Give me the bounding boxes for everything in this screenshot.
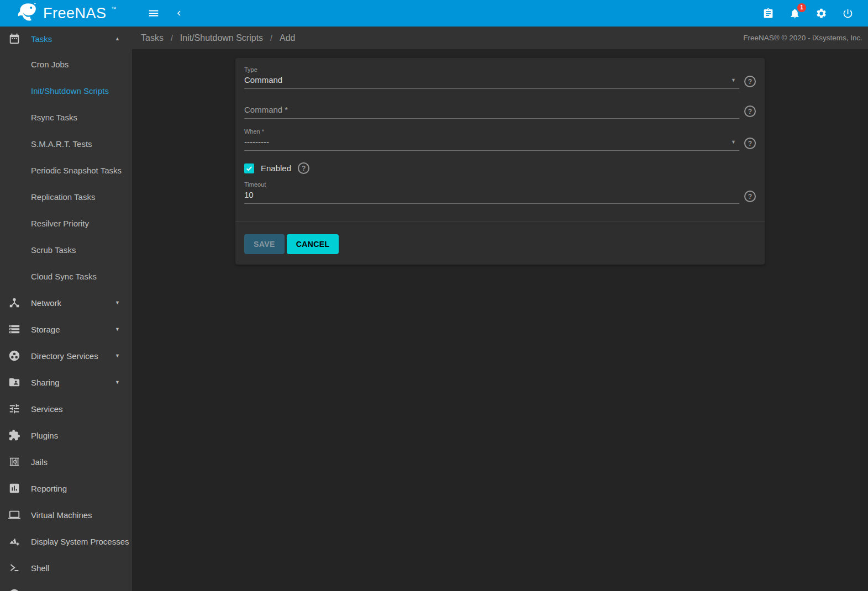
- sidebar-item-directory-services[interactable]: Directory Services ▼: [0, 342, 132, 369]
- enabled-help-icon[interactable]: ?: [298, 162, 309, 174]
- sidebar-item-label: Tasks: [31, 34, 52, 44]
- timeout-value: 10: [244, 189, 254, 200]
- sidebar-item-cloud-sync-tasks[interactable]: Cloud Sync Tasks: [0, 263, 132, 289]
- freenas-app: FreeNAS ™ 1: [0, 0, 868, 591]
- when-label: When *: [244, 128, 739, 135]
- cancel-button[interactable]: CANCEL: [287, 234, 339, 254]
- sidebar-item-periodic-snapshot-tasks[interactable]: Periodic Snapshot Tasks: [0, 157, 132, 183]
- reporting-icon: [8, 482, 21, 495]
- chevron-down-icon: ▼: [115, 300, 132, 305]
- sidebar-item-rsync-tasks[interactable]: Rsync Tasks: [0, 104, 132, 130]
- checkmark-icon: [245, 165, 253, 172]
- notifications-button[interactable]: 1: [789, 8, 801, 19]
- top-bar: FreeNAS ™ 1: [0, 0, 868, 27]
- sidebar-item-replication-tasks[interactable]: Replication Tasks: [0, 183, 132, 210]
- sidebar-item-display-system-processes[interactable]: Display System Processes: [0, 528, 132, 555]
- plugins-icon: [8, 429, 21, 442]
- save-button[interactable]: SAVE: [244, 234, 285, 254]
- copyright-text: FreeNAS® © 2020 - iXsystems, Inc.: [743, 34, 864, 42]
- calendar-icon: [8, 32, 21, 45]
- freenas-brand: FreeNAS ™: [0, 1, 132, 25]
- chevron-down-icon: ▼: [115, 379, 132, 385]
- sidebar-item-network[interactable]: Network ▼: [0, 289, 132, 316]
- when-help-icon[interactable]: ?: [744, 138, 756, 149]
- settings-gear-icon[interactable]: [816, 8, 827, 19]
- services-icon: [8, 402, 21, 415]
- chevron-up-icon: ▲: [115, 36, 132, 41]
- timeout-label: Timeout: [244, 181, 739, 188]
- enabled-label: Enabled: [261, 163, 291, 173]
- virtual-machines-icon: [8, 508, 21, 521]
- timeout-input[interactable]: Timeout 10: [244, 181, 739, 204]
- sidebar-nav: Tasks ▲ Cron Jobs Init/Shutdown Scripts …: [0, 27, 132, 591]
- brand-trademark: ™: [112, 6, 117, 12]
- network-icon: [8, 296, 21, 309]
- sidebar-item-jails[interactable]: Jails: [0, 448, 132, 475]
- chevron-down-icon: ▼: [731, 136, 736, 147]
- shell-terminal-icon: [8, 561, 21, 574]
- chevron-left-icon[interactable]: [174, 8, 184, 18]
- sidebar-item-services[interactable]: Services: [0, 395, 132, 422]
- sharing-icon: [8, 376, 21, 389]
- sidebar-item-scrub-tasks[interactable]: Scrub Tasks: [0, 236, 132, 263]
- directory-services-icon: [8, 349, 21, 362]
- timeout-help-icon[interactable]: ?: [744, 191, 756, 202]
- sidebar-item-plugins[interactable]: Plugins: [0, 422, 132, 448]
- form-actions: SAVE CANCEL: [235, 221, 765, 265]
- sidebar-item-smart-tests[interactable]: S.M.A.R.T. Tests: [0, 130, 132, 157]
- hamburger-menu-icon[interactable]: [148, 7, 160, 19]
- command-placeholder: Command *: [244, 104, 739, 115]
- chevron-down-icon: ▼: [115, 326, 132, 332]
- type-select[interactable]: Type Command ▼: [244, 66, 739, 89]
- display-system-processes-icon: [8, 535, 21, 548]
- guide-icon: [8, 588, 21, 591]
- jails-icon: [8, 455, 21, 468]
- sidebar-item-resilver-priority[interactable]: Resilver Priority: [0, 210, 132, 236]
- type-value: Command: [244, 75, 282, 86]
- page-content: Type Command ▼ ? Command *: [132, 49, 868, 591]
- breadcrumb-init-shutdown-scripts[interactable]: Init/Shutdown Scripts: [180, 33, 263, 43]
- sidebar-item-virtual-machines[interactable]: Virtual Machines: [0, 502, 132, 528]
- breadcrumb-add: Add: [280, 33, 295, 43]
- type-help-icon[interactable]: ?: [744, 76, 756, 87]
- enabled-checkbox[interactable]: [244, 163, 254, 173]
- brand-title: FreeNAS: [43, 6, 107, 21]
- sidebar-item-cron-jobs[interactable]: Cron Jobs: [0, 51, 132, 77]
- storage-icon: [8, 323, 21, 336]
- freenas-shark-logo-icon: [17, 1, 39, 25]
- chevron-down-icon: ▼: [115, 353, 132, 358]
- sidebar-item-reporting[interactable]: Reporting: [0, 475, 132, 502]
- sidebar-item-init-shutdown-scripts[interactable]: Init/Shutdown Scripts: [0, 77, 132, 104]
- breadcrumb-bar: Tasks / Init/Shutdown Scripts / Add Free…: [132, 27, 868, 49]
- breadcrumb-separator: /: [270, 34, 272, 43]
- topbar-actions: 1: [762, 8, 868, 19]
- chevron-down-icon: ▼: [731, 75, 736, 86]
- sidebar-item-guide[interactable]: Guide: [0, 581, 132, 591]
- sidebar-item-storage[interactable]: Storage ▼: [0, 316, 132, 342]
- sidebar-item-tasks[interactable]: Tasks ▲: [0, 27, 132, 51]
- sidebar-item-shell[interactable]: Shell: [0, 555, 132, 581]
- power-icon[interactable]: [842, 8, 854, 19]
- type-label: Type: [244, 66, 739, 73]
- notification-count-badge: 1: [797, 3, 806, 12]
- when-value: ---------: [244, 136, 269, 147]
- add-init-shutdown-script-form-card: Type Command ▼ ? Command *: [235, 58, 765, 265]
- command-input[interactable]: Command *: [244, 104, 739, 119]
- sidebar-item-sharing[interactable]: Sharing ▼: [0, 369, 132, 395]
- breadcrumb: Tasks / Init/Shutdown Scripts / Add: [141, 33, 295, 43]
- when-select[interactable]: When * --------- ▼: [244, 128, 739, 151]
- breadcrumb-tasks[interactable]: Tasks: [141, 33, 164, 43]
- breadcrumb-separator: /: [171, 34, 173, 43]
- clipboard-icon[interactable]: [762, 8, 774, 19]
- command-help-icon[interactable]: ?: [744, 105, 756, 117]
